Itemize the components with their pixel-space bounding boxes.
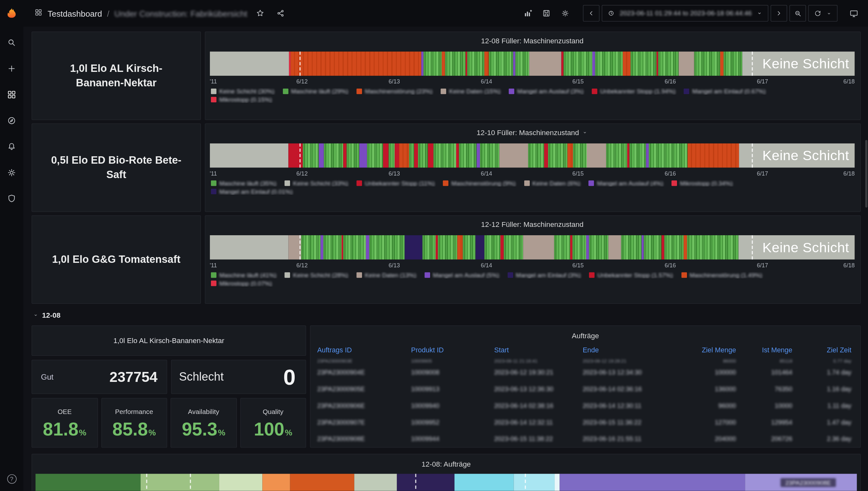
timeline-segment-stopp — [343, 143, 346, 168]
sidebar-item-search[interactable] — [7, 37, 17, 50]
legend-item[interactable]: Maschine läuft (35%) — [211, 180, 277, 186]
timeline-segment-laeuft — [548, 143, 568, 168]
star-button[interactable] — [252, 5, 268, 21]
panel-title[interactable]: 12-12 Füller: Maschinenzustand — [210, 217, 855, 231]
column-header[interactable]: Ziel Menge — [682, 347, 738, 354]
save-dashboard-button[interactable] — [539, 5, 554, 21]
legend-item[interactable]: Unbekannter Stopp (11%) — [357, 180, 435, 186]
legend-swatch — [211, 180, 216, 186]
legend-item[interactable]: Mangel am Einlauf (3%) — [508, 272, 581, 279]
table-row[interactable]: 23PA23000907E100099522023-06-14 12:32:11… — [317, 414, 853, 431]
legend-label: Keine Schicht (30%) — [219, 88, 274, 95]
timeline-segment-laeuft — [664, 235, 684, 260]
time-range-picker[interactable]: 2023-06-11 01:29:44 to 2023-06-18 06:44:… — [602, 5, 768, 22]
order-segment — [290, 474, 354, 491]
orders-timeline-chart[interactable]: 23PA23000908E — [35, 474, 857, 491]
dashboard-settings-button[interactable] — [557, 5, 573, 21]
legend-item[interactable]: Keine Schicht (33%) — [285, 180, 348, 186]
legend-item[interactable]: Mangel am Auslauf (3%) — [509, 88, 584, 95]
legend-label: Unbekannter Stopp (1.57%) — [598, 272, 673, 279]
table-row[interactable]: 23PA23000904E100090082023-06-12 19:30:21… — [317, 364, 853, 381]
legend-swatch — [211, 281, 216, 286]
breadcrumb-folder[interactable]: Testdashboard — [48, 9, 102, 18]
legend-item[interactable]: Mikrostopp (0.07%) — [211, 280, 272, 287]
axis-tick: 6/18 — [843, 262, 855, 269]
sidebar-item-server-admin[interactable] — [7, 194, 17, 206]
legend-item[interactable]: Keine Schicht (28%) — [285, 272, 348, 279]
grafana-logo-icon[interactable] — [5, 7, 18, 21]
column-header[interactable]: Ende — [583, 347, 682, 354]
time-shift-back-button[interactable] — [583, 5, 600, 22]
legend-item[interactable]: Keine Schicht (30%) — [211, 88, 274, 95]
legend-item[interactable]: Keine Daten (13%) — [357, 272, 416, 279]
timeline-segment-stoerung — [399, 143, 409, 168]
share-button[interactable] — [272, 5, 288, 21]
legend-item[interactable]: Mangel am Auslauf (5%) — [425, 272, 499, 279]
order-id-label: 23PA23000908E — [780, 478, 836, 487]
legend-label: Keine Daten (6%) — [532, 180, 580, 186]
order-segment — [514, 474, 555, 491]
legend-item[interactable]: Mangel am Auslauf (4%) — [589, 180, 664, 186]
time-shift-forward-button[interactable] — [771, 5, 787, 22]
sidebar-item-explore[interactable] — [7, 116, 17, 128]
sidebar-menu — [7, 37, 17, 206]
scrollbar-thumb[interactable] — [865, 140, 867, 207]
sidebar-item-help[interactable]: ? — [7, 474, 17, 484]
panel-menu-caret-icon[interactable] — [582, 129, 588, 136]
table-cell: 2023-06-16 21:55:11 — [583, 435, 682, 442]
column-header[interactable]: Ist Menge — [738, 347, 794, 354]
legend-item[interactable]: Mikrostopp (0.34%) — [671, 180, 732, 186]
legend-item[interactable]: Keine Daten (6%) — [524, 180, 580, 186]
legend-swatch — [509, 89, 514, 94]
sidebar-item-alerting[interactable] — [7, 142, 17, 154]
column-header[interactable]: Ziel Zeit — [794, 347, 853, 354]
timeline-segment-laeuft — [323, 235, 341, 260]
dashboard-canvas: 1,0l Elo AL Kirsch-Bananen-Nektar 12-08 … — [23, 27, 868, 491]
product-name: 1,0l Elo AL Kirsch-Bananen-Nektar — [47, 62, 186, 90]
legend-swatch — [285, 272, 290, 278]
chevron-down-icon — [33, 312, 39, 318]
zoom-out-button[interactable] — [789, 5, 806, 22]
legend-item[interactable]: Unbekannter Stopp (1.94%) — [592, 88, 676, 95]
timeline-segment-daten — [587, 143, 606, 168]
legend-swatch — [508, 272, 513, 278]
state-timeline-chart[interactable]: Keine Schicht — [210, 51, 855, 76]
panel-title[interactable]: 12-10 Füller: Maschinenzustand — [210, 125, 855, 140]
state-timeline-chart[interactable]: Keine Schicht — [210, 235, 855, 260]
legend-swatch — [441, 89, 446, 94]
table-row[interactable]: 23PA23000906E100099402023-06-14 02:38:16… — [317, 397, 853, 414]
legend-item[interactable]: Mangel am Einlauf (0.67%) — [684, 88, 766, 95]
column-header[interactable]: Produkt ID — [411, 347, 494, 354]
legend-item[interactable]: Maschinenstörung (1.49%) — [681, 272, 762, 279]
table-cell: 2023-06-15 11:36:22 — [583, 419, 682, 426]
legend-item[interactable]: Maschine läuft (29%) — [283, 88, 348, 95]
refresh-button[interactable] — [808, 5, 838, 22]
legend-item[interactable]: Unbekannter Stopp (1.57%) — [589, 272, 673, 279]
panel-title[interactable]: 12-08 Füller: Maschinenzustand — [210, 33, 855, 48]
order-segment — [354, 474, 397, 491]
legend-item[interactable]: Maschinenstörung (23%) — [357, 88, 433, 95]
orders-table-title[interactable]: Aufträge — [317, 328, 853, 343]
sidebar-item-create[interactable] — [7, 63, 17, 76]
table-row[interactable]: 23PA23000908E100099442023-06-15 11:38:22… — [317, 431, 853, 447]
sidebar-item-configuration[interactable] — [7, 168, 17, 180]
add-panel-button[interactable] — [520, 5, 536, 21]
legend-item[interactable]: Mangel am Einlauf (0.01%) — [211, 188, 293, 195]
column-header[interactable]: Auftrags ID — [317, 347, 411, 354]
row-toggle-12-08[interactable]: 12-08 — [33, 309, 861, 320]
legend-item[interactable]: Keine Daten (15%) — [441, 88, 500, 95]
column-header[interactable]: Start — [494, 347, 583, 354]
nav-sidebar: ? — [0, 0, 23, 491]
legend-item[interactable]: Maschinenstörung (9%) — [443, 180, 516, 186]
legend-label: Mangel am Auslauf (5%) — [433, 272, 499, 279]
kpi-value: 100% — [254, 420, 292, 438]
breadcrumb-dashboard-title[interactable]: Under Construction: Fabrikübersicht Rost… — [114, 9, 247, 18]
table-row[interactable]: 23PA23000905E100099132023-06-13 12:36:30… — [317, 381, 853, 397]
state-timeline-chart[interactable]: Keine Schicht — [210, 143, 855, 168]
sidebar-item-dashboards[interactable] — [7, 90, 17, 102]
legend-item[interactable]: Mikrostopp (0.15%) — [211, 96, 272, 103]
orders-timeline-title[interactable]: 12-08: Aufträge — [35, 457, 857, 471]
timeline-segment-laeuft — [504, 235, 523, 260]
legend-item[interactable]: Maschine läuft (41%) — [211, 272, 277, 279]
kiosk-mode-button[interactable] — [846, 5, 861, 21]
